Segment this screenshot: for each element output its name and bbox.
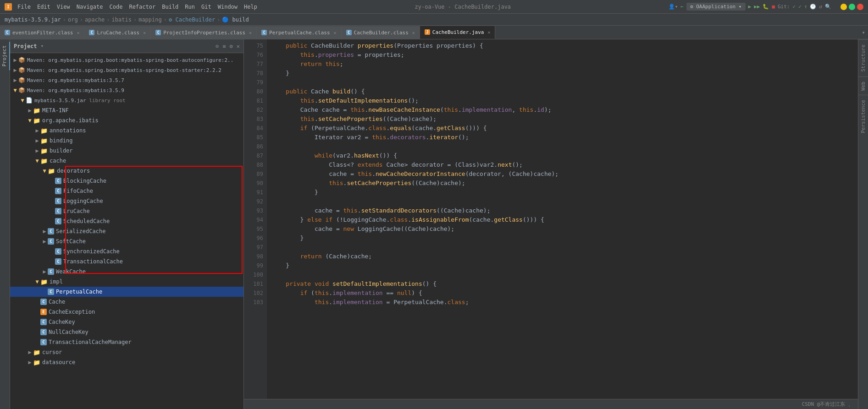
menu-navigate[interactable]: Navigate	[77, 4, 103, 10]
list-item[interactable]: ▶ 📁 cursor	[10, 347, 243, 357]
list-item[interactable]: C LoggingCache	[10, 196, 243, 206]
code-line-80: public Cache build() {	[271, 87, 853, 96]
code-line-84: if (PerpetualCache.class.equals(cache.ge…	[271, 124, 853, 133]
breadcrumb-org[interactable]: org	[68, 16, 78, 23]
list-item[interactable]: C SynchronizedCache	[10, 246, 243, 256]
menu-file[interactable]: File	[17, 4, 31, 10]
list-item[interactable]: ▶ 📁 builder	[10, 146, 243, 156]
list-item[interactable]: ▶ 📁 annotations	[10, 125, 243, 136]
sidebar-tab-structure[interactable]: Structure	[858, 39, 868, 76]
code-lines[interactable]: public CacheBuilder properties(Propertie…	[267, 39, 858, 399]
search-everywhere-icon[interactable]: 🔍	[825, 4, 831, 10]
project-locate-icon[interactable]: ⊙	[216, 43, 219, 49]
list-item[interactable]: C TransactionalCache	[10, 256, 243, 267]
list-item[interactable]: ▶ 📦 Maven: org.mybatis.spring.boot:mybat…	[10, 55, 243, 65]
code-line-103: this.implementation = PerpetualCache.cla…	[271, 298, 853, 307]
git-push-icon[interactable]: ↑	[804, 4, 807, 10]
list-item[interactable]: ▶ C WeakCache	[10, 267, 243, 277]
menu-edit[interactable]: Edit	[37, 4, 50, 10]
project-tab-strip[interactable]: Project	[0, 42, 10, 70]
code-line-85: Iterator var2 = this.decorators.iterator…	[271, 133, 853, 142]
list-item[interactable]: ▼ 📁 impl	[10, 277, 243, 287]
stop-icon[interactable]: ■	[772, 4, 775, 10]
list-item[interactable]: C LruCache	[10, 206, 243, 216]
menu-run[interactable]: Run	[185, 4, 195, 10]
minimize-button[interactable]	[840, 4, 847, 10]
list-item[interactable]: ▶ 📦 Maven: org.mybatis:mybatis:3.5.7	[10, 75, 243, 85]
run-config-dropdown[interactable]: ⚙ OAApplication ▾	[686, 3, 746, 11]
breadcrumb-cachebuilder[interactable]: ⚙ CacheBuilder	[169, 16, 215, 23]
tab-close-icon[interactable]: ✕	[77, 30, 79, 35]
project-collapse-icon[interactable]: ≡	[222, 43, 226, 49]
app-logo: I	[5, 3, 12, 11]
sidebar-tab-web[interactable]: Web	[858, 76, 868, 95]
build-icon[interactable]: ▶	[748, 4, 752, 10]
breadcrumb-build[interactable]: 🔵 build	[222, 16, 249, 23]
tab-perpetualcache[interactable]: C PerpetualCache.class ✕	[257, 26, 341, 39]
tab-close-icon[interactable]: ✕	[249, 30, 252, 35]
navigate-back-icon[interactable]: ←	[680, 4, 684, 10]
list-item[interactable]: ▶ C SerializedCache	[10, 226, 243, 236]
list-item[interactable]: C Cache	[10, 297, 243, 307]
maximize-button[interactable]	[849, 4, 855, 10]
tab-overflow[interactable]: ▾	[859, 26, 868, 39]
menu-git[interactable]: Git	[201, 4, 211, 10]
code-line-89: cache = this.newCacheDecoratorInstance(d…	[271, 169, 853, 179]
account-icon[interactable]: 👤▾	[669, 4, 678, 10]
tab-close-icon[interactable]: ✕	[334, 30, 337, 35]
undo-icon[interactable]: ↺	[819, 4, 822, 10]
tab-projectinfo[interactable]: C ProjectInfoProperties.class ✕	[151, 26, 257, 39]
tab-cachebuilder-class[interactable]: C CacheBuilder.class ✕	[342, 26, 420, 39]
list-item[interactable]: ▶ 📁 META-INF	[10, 105, 243, 115]
list-item[interactable]: ▼ 📁 decorators	[10, 166, 243, 176]
list-item[interactable]: ▶ C SoftCache	[10, 236, 243, 246]
list-item[interactable]: C CacheKey	[10, 317, 243, 327]
list-item[interactable]: ▼ 📁 cache	[10, 156, 243, 166]
list-item[interactable]: ▼ 📦 Maven: org.mybatis:mybatis:3.5.9	[10, 85, 243, 95]
list-item[interactable]: ▼ 📄 mybatis-3.5.9.jar library root	[10, 95, 243, 105]
list-item[interactable]: C ScheduledCache	[10, 216, 243, 226]
list-item[interactable]: C NullCacheKey	[10, 327, 243, 337]
project-close-icon[interactable]: ✕	[237, 43, 240, 49]
git-sync-icon[interactable]: ✓	[798, 4, 802, 10]
title-center: zy-oa-Vue - CacheBuilder.java	[415, 4, 511, 10]
project-dropdown-icon[interactable]: ▾	[41, 43, 44, 49]
sidebar-tab-persistence[interactable]: Persistence	[858, 95, 868, 138]
menu-build[interactable]: Build	[162, 4, 178, 10]
run-icon[interactable]: ▶▶	[754, 4, 760, 10]
breadcrumb-mapping[interactable]: mapping	[138, 16, 162, 23]
menu-view[interactable]: View	[57, 4, 70, 10]
list-item[interactable]: C TransactionalCacheManager	[10, 337, 243, 347]
list-item[interactable]: E CacheException	[10, 307, 243, 317]
list-item[interactable]: ▼ 📁 org.apache.ibatis	[10, 115, 243, 125]
code-line-93: cache = this.setStandardDecorators((Cach…	[271, 206, 853, 215]
perpetual-cache-item[interactable]: C PerpetualCache	[10, 287, 243, 297]
menu-code[interactable]: Code	[110, 4, 123, 10]
project-panel: Project ▾ ⊙ ≡ ⚙ ✕ ▶ 📦 Maven: org.mybatis…	[10, 39, 244, 409]
tab-close-icon[interactable]: ✕	[412, 30, 415, 35]
tab-lrucache[interactable]: C LruCache.class ✕	[84, 26, 151, 39]
code-line-76: this.properties = properties;	[271, 50, 853, 60]
list-item[interactable]: ▶ 📁 datasource	[10, 357, 243, 367]
project-settings-icon[interactable]: ⚙	[230, 43, 233, 49]
tab-evention[interactable]: C eventionFilter.class ✕	[0, 26, 84, 39]
debug-icon[interactable]: 🐛	[763, 4, 769, 10]
menu-bar[interactable]: File Edit View Navigate Code Refactor Bu…	[17, 4, 257, 10]
tab-close-icon[interactable]: ✕	[487, 30, 490, 35]
breadcrumb-apache[interactable]: apache	[85, 16, 105, 23]
list-item[interactable]: ▶ 📦 Maven: org.mybatis.spring.boot:mybat…	[10, 65, 243, 75]
tab-close-icon[interactable]: ✕	[143, 30, 146, 35]
list-item[interactable]: ▶ 📁 binding	[10, 136, 243, 146]
tab-cachebuilder-java[interactable]: J CacheBuilder.java ✕	[420, 26, 496, 39]
list-item[interactable]: C BlockingCache	[10, 176, 243, 186]
breadcrumb-jar[interactable]: mybatis-3.5.9.jar	[5, 16, 61, 23]
breadcrumb-ibatis[interactable]: ibatis	[112, 16, 132, 23]
toolbar-actions[interactable]: 👤▾ ← ⚙ OAApplication ▾ ▶ ▶▶ 🐛 ■ Git: ✓ ✓…	[669, 3, 831, 11]
menu-refactor[interactable]: Refactor	[129, 4, 155, 10]
list-item[interactable]: C FifoCache	[10, 186, 243, 196]
git-history-icon[interactable]: 🕐	[810, 4, 816, 10]
menu-window[interactable]: Window	[218, 4, 238, 10]
git-checkmark-icon[interactable]: ✓	[793, 4, 796, 10]
close-button[interactable]	[857, 4, 863, 10]
menu-help[interactable]: Help	[244, 4, 257, 10]
